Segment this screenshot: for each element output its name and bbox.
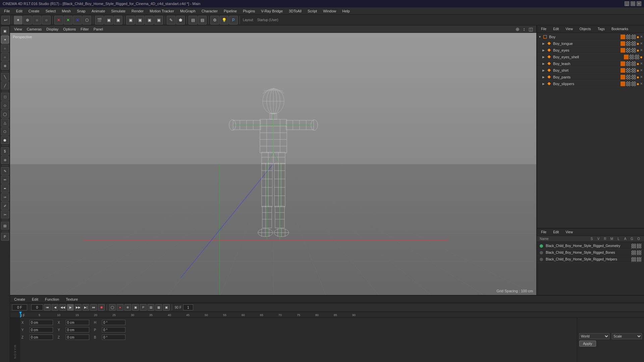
vp-menu-panel[interactable]: Panel [92,26,105,32]
pb-icon-6[interactable]: ▤ [148,304,154,311]
rotate-tool-btn[interactable]: ○ [33,16,41,24]
menu-vray-bridge[interactable]: V-Ray Bridge [258,8,285,14]
menu-mograph[interactable]: MoGraph [177,8,198,14]
menu-pipeline[interactable]: Pipeline [221,8,239,14]
tl-header-function[interactable]: Function [43,297,61,302]
menu-window[interactable]: Window [320,8,339,14]
play-reverse-btn[interactable]: ◀◀ [59,304,66,311]
current-frame-input[interactable] [12,304,27,310]
left-tool-23[interactable]: P [1,233,9,241]
left-tool-21[interactable]: ✂ [1,210,9,219]
menu-render[interactable]: Render [129,8,146,14]
menu-select[interactable]: Select [43,8,59,14]
viewport-crosshair-icon[interactable]: ⊕ [514,26,521,32]
obj-row-boy[interactable]: ▼ Boy ● ✕ [537,34,644,40]
select-btn[interactable]: ○ [42,16,51,24]
menu-plugins[interactable]: Plugins [240,8,258,14]
maximize-btn[interactable]: □ [631,1,635,6]
obj-row-tongue[interactable]: ▶ Boy_tongue ● ✕ [537,40,644,47]
obj-header-bookmarks[interactable]: Bookmarks [609,27,630,31]
left-tool-13[interactable]: ⬟ [1,136,9,144]
play-forward-btn[interactable]: ▶▶ [75,304,82,311]
attr-z-input[interactable] [30,335,53,340]
left-tool-12[interactable]: ⬡ [1,127,9,135]
left-tool-7[interactable]: ╱ [1,81,9,89]
file-header-view[interactable]: View [564,230,575,234]
menu-file[interactable]: File [1,8,13,14]
left-tool-14[interactable]: $ [1,147,9,155]
obj-row-leash[interactable]: ▶ Boy_leash ● ✕ [537,60,644,67]
menu-simulate[interactable]: Simulate [108,8,128,14]
left-tool-11[interactable]: △ [1,119,9,127]
viewport[interactable]: View Cameras Display Options Filter Pane… [10,25,537,295]
left-tool-3[interactable]: ○ [1,44,9,52]
next-frame-btn[interactable]: ▶| [83,304,89,311]
paint-btn[interactable]: ✎ [167,16,175,24]
vp-menu-filter[interactable]: Filter [78,26,91,32]
scale-tool-btn[interactable]: ⊕ [23,16,32,24]
menu-3dtoall[interactable]: 3DToAll [286,8,304,14]
obj-header-view[interactable]: View [564,27,575,31]
menu-mesh[interactable]: Mesh [59,8,73,14]
menu-edit[interactable]: Edit [13,8,25,14]
render-to-pic-btn[interactable]: ▣ [114,16,122,24]
obj-row-shirt[interactable]: ▶ Boy_shirt ● ✕ [537,67,644,74]
start-frame-input[interactable] [31,304,43,310]
goto-start-btn[interactable]: ⏮ [44,304,51,311]
tl-header-create[interactable]: Create [12,297,27,302]
object-mode-btn[interactable]: ▣ [126,16,135,24]
left-tool-20[interactable]: ✐ [1,202,9,210]
obj-header-objects[interactable]: Objects [578,27,593,31]
undo-btn[interactable]: ↩ [1,16,10,24]
attr-p-input[interactable] [102,327,125,333]
poly-mode-btn[interactable]: ▣ [154,16,163,24]
prev-frame-btn[interactable]: ◀ [52,304,58,311]
file-header-edit[interactable]: Edit [551,230,561,234]
file-header-file[interactable]: File [539,230,548,234]
vp-menu-cameras[interactable]: Cameras [25,26,44,32]
poly-paint-btn[interactable]: ⬟ [176,16,185,24]
obj-row-eyes-shell[interactable]: ▶ Boy_eyes_shell ● [537,54,644,60]
viewport-fullscreen-icon[interactable]: ◫ [527,26,534,32]
render-btn[interactable]: ▣ [104,16,113,24]
pb-icon-8[interactable]: ▣ [163,304,170,311]
snap-btn[interactable]: ▤ [189,16,197,24]
menu-snap[interactable]: Snap [74,8,88,14]
play-btn[interactable]: ▶ [67,304,74,311]
snap2-btn[interactable]: ▤ [198,16,207,24]
attr-y-input[interactable] [30,327,53,333]
point-mode-btn[interactable]: ▣ [136,16,144,24]
attr-y2-input[interactable] [66,327,89,333]
light-btn[interactable]: 💡 [220,16,228,24]
move-tool-btn[interactable]: ✦ [14,16,22,24]
left-tool-10[interactable]: ◯ [1,110,9,118]
file-row-geometry[interactable]: Black_Child_Boy_Home_Style_Rigged_Geomet… [537,243,644,249]
file-row-bones[interactable]: Black_Child_Boy_Home_Style_Rigged_Bones [537,249,644,256]
obj-header-edit[interactable]: Edit [551,27,561,31]
obj-header-file[interactable]: File [539,27,548,31]
edge-mode-btn[interactable]: ▣ [145,16,154,24]
obj-header-tags[interactable]: Tags [596,27,607,31]
left-tool-5[interactable]: ⊕ [1,62,9,70]
pb-icon-5[interactable]: P [140,304,147,311]
menu-animate[interactable]: Animate [89,8,108,14]
minimize-btn[interactable]: _ [625,1,629,6]
left-tool-17[interactable]: ✏ [1,176,9,184]
viewport-move-icon[interactable]: ↕ [522,26,527,32]
menu-script[interactable]: Script [305,8,320,14]
y-axis-btn[interactable]: ✕ [64,16,72,24]
scale-select[interactable]: Scale [612,333,642,339]
fps-input[interactable] [183,304,193,310]
left-tool-6[interactable]: ╲ [1,73,9,81]
file-row-helpers[interactable]: Black_Child_Boy_Home_Style_Rigged_Helper… [537,256,644,263]
world-select[interactable]: World [579,333,609,339]
settings-btn[interactable]: ⚙ [210,16,219,24]
menu-character[interactable]: Character [199,8,220,14]
vp-menu-display[interactable]: Display [44,26,60,32]
left-tool-22[interactable]: ▤ [1,222,9,230]
vp-menu-options[interactable]: Options [61,26,78,32]
goto-end-btn[interactable]: ⏭ [90,304,97,311]
left-tool-1[interactable]: ▣ [1,27,9,35]
menu-motion-tracker[interactable]: Motion Tracker [147,8,177,14]
left-tool-9[interactable]: ◇ [1,101,9,109]
